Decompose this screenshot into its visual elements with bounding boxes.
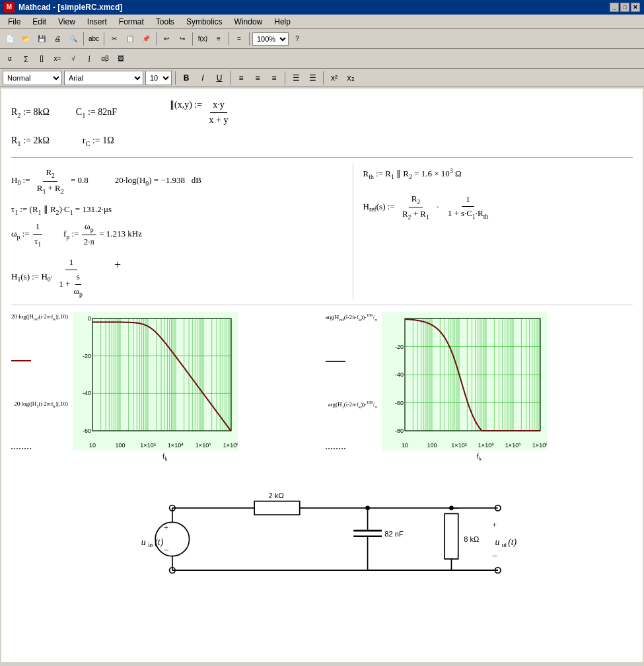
right-panel: Rth := R1 ∥ R2 = 1.6 × 103 Ω Href(s) := … xyxy=(353,163,633,299)
R1-def: R1 := 2kΩ xyxy=(11,133,50,150)
Href-block: Href(s) := R2 R2 + R1 · 1 1 + s·C1·Rth xyxy=(363,192,633,222)
tau1-expr: τ1 := (R1 ∥ R2)·C1 = 131.2·μs xyxy=(11,203,112,217)
math-btn-2[interactable]: ∑ xyxy=(18,52,33,66)
left-plot-xlabel: fk xyxy=(11,451,319,463)
superscript-button[interactable]: x² xyxy=(327,71,341,85)
math-btn-3[interactable]: [] xyxy=(34,52,49,66)
insert-plot-button[interactable]: ≡ xyxy=(211,32,226,46)
phase-canvas xyxy=(382,312,547,451)
menu-window[interactable]: Window xyxy=(229,16,268,28)
font-select[interactable]: Arial Times New Roman Courier xyxy=(64,71,143,85)
vin-plus: + xyxy=(164,523,168,533)
phase-plot: arg(Href(i·2π·fk))·180/π arg(H1(i·2π·fk)… xyxy=(326,312,633,463)
minimize-button[interactable]: _ xyxy=(610,3,619,12)
tau1-line: τ1 := (R1 ∥ R2)·C1 = 131.2·μs xyxy=(11,203,346,217)
sep4 xyxy=(192,32,193,46)
copy-button[interactable]: 📋 xyxy=(123,32,137,46)
new-button[interactable]: 📄 xyxy=(3,32,17,46)
ylabel-phase-line2: arg(H1(i·2π·fk))·180/π xyxy=(326,399,377,411)
evaluate-button[interactable]: = xyxy=(232,32,246,46)
Href-expr: Href(s) := R2 R2 + R1 · 1 1 + s·C1·Rth xyxy=(363,192,633,222)
left-plot-area xyxy=(73,312,238,451)
vout-label: u xyxy=(495,537,499,547)
insert-math-button[interactable]: f(x) xyxy=(196,32,210,46)
title-bar: M Mathcad - [simpleRC.xmcd] _ □ ✕ xyxy=(0,0,644,15)
vin-sub: in xyxy=(148,542,153,548)
close-button[interactable]: ✕ xyxy=(631,3,640,12)
right-plot-ylabel: arg(Href(i·2π·fk))·180/π arg(H1(i·2π·fk)… xyxy=(326,312,379,451)
menu-bar: File Edit View Insert Format Tools Symbo… xyxy=(0,15,644,29)
circuit-diagram: + − u in (t) 2 kΩ xyxy=(11,473,633,605)
menu-file[interactable]: File xyxy=(3,16,26,28)
worksheet: R2 := 8kΩ C1 := 82nF ∥(x,y) := x·y x + y… xyxy=(1,89,643,612)
H1-expr: H1(s) := H0· 1 1 + s ωp xyxy=(11,256,88,299)
menu-format[interactable]: Format xyxy=(114,16,149,28)
align-right-button[interactable]: ≡ xyxy=(267,71,281,85)
sep1 xyxy=(83,32,84,46)
vin-minus: − xyxy=(164,546,169,556)
vin-t: (t) xyxy=(155,537,163,548)
size-select[interactable]: 10 12 14 xyxy=(145,71,172,85)
math-btn-4[interactable]: x= xyxy=(50,52,65,66)
zoom-select[interactable]: 100% 75% 150% xyxy=(252,32,289,46)
right-plot-area xyxy=(382,312,547,451)
format-bar: Normal Heading 1 Heading 2 Arial Times N… xyxy=(0,69,644,87)
math-btn-1[interactable]: α xyxy=(3,52,17,66)
help-button[interactable]: ? xyxy=(290,32,304,46)
math-toolbar: α ∑ [] x= √ ∫ αβ 🖼 xyxy=(0,49,644,69)
app-icon: M xyxy=(4,2,15,13)
math-btn-5[interactable]: √ xyxy=(66,52,81,66)
plus-sign: + xyxy=(114,256,121,275)
vout-t: (t) xyxy=(508,537,517,548)
menu-symbolics[interactable]: Symbolics xyxy=(181,16,228,28)
open-button[interactable]: 📂 xyxy=(18,32,33,46)
menu-edit[interactable]: Edit xyxy=(27,16,52,28)
menu-insert[interactable]: Insert xyxy=(82,16,112,28)
maximize-button[interactable]: □ xyxy=(620,3,629,12)
save-button[interactable]: 💾 xyxy=(34,32,49,46)
spell-button[interactable]: abc xyxy=(87,32,101,46)
sep6 xyxy=(249,32,250,46)
menu-tools[interactable]: Tools xyxy=(151,16,180,28)
R1-resistor xyxy=(254,501,300,515)
title-text: Mathcad - [simpleRC.xmcd] xyxy=(18,3,610,12)
redo-button[interactable]: ↪ xyxy=(175,32,190,46)
menu-view[interactable]: View xyxy=(53,16,81,28)
junction-dot-2 xyxy=(449,506,454,511)
align-center-button[interactable]: ≡ xyxy=(250,71,265,85)
sep-fmt4 xyxy=(323,71,324,85)
align-left-button[interactable]: ≡ xyxy=(234,71,248,85)
main-toolbar: 📄 📂 💾 🖨 🔍 abc ✂ 📋 📌 ↩ ↪ f(x) ≡ = 100% 75… xyxy=(0,29,644,49)
window-controls[interactable]: _ □ ✕ xyxy=(610,3,640,12)
ylabel-phase-line1: arg(Href(i·2π·fk))·180/π xyxy=(326,312,377,324)
cut-button[interactable]: ✂ xyxy=(107,32,122,46)
C1-def: C1 := 82nF xyxy=(76,105,117,122)
R2-def: R2 := 8kΩ xyxy=(11,105,50,122)
sep-fmt3 xyxy=(285,71,285,85)
math-btn-8[interactable]: 🖼 xyxy=(114,52,128,66)
preview-button[interactable]: 🔍 xyxy=(66,32,81,46)
list-button[interactable]: ☰ xyxy=(289,71,303,85)
paste-button[interactable]: 📌 xyxy=(139,32,153,46)
subscript-button[interactable]: x₂ xyxy=(343,71,358,85)
magnitude-canvas xyxy=(73,312,238,451)
undo-button[interactable]: ↩ xyxy=(159,32,174,46)
list2-button[interactable]: ☰ xyxy=(305,71,320,85)
bold-button[interactable]: B xyxy=(179,71,194,85)
R2-label: 8 kΩ xyxy=(464,535,479,543)
omega-p-expr: ωp := 1 τ1 xyxy=(11,220,44,249)
vout-sub: ut xyxy=(501,542,507,548)
underline-button[interactable]: U xyxy=(212,71,227,85)
menu-help[interactable]: Help xyxy=(269,16,296,28)
sep3 xyxy=(156,32,157,46)
rC-def: rC := 1Ω xyxy=(83,133,114,150)
math-btn-6[interactable]: ∫ xyxy=(82,52,96,66)
plot-right-wrapper: arg(Href(i·2π·fk))·180/π arg(H1(i·2π·fk)… xyxy=(326,312,633,451)
H0-db: 20·log(H0) = −1.938 dB xyxy=(115,174,201,188)
section-divider-1 xyxy=(11,157,633,158)
print-button[interactable]: 🖨 xyxy=(50,32,65,46)
italic-button[interactable]: I xyxy=(196,71,210,85)
style-select[interactable]: Normal Heading 1 Heading 2 xyxy=(3,71,62,85)
H1-row: H1(s) := H0· 1 1 + s ωp xyxy=(11,256,346,299)
math-btn-7[interactable]: αβ xyxy=(98,52,112,66)
